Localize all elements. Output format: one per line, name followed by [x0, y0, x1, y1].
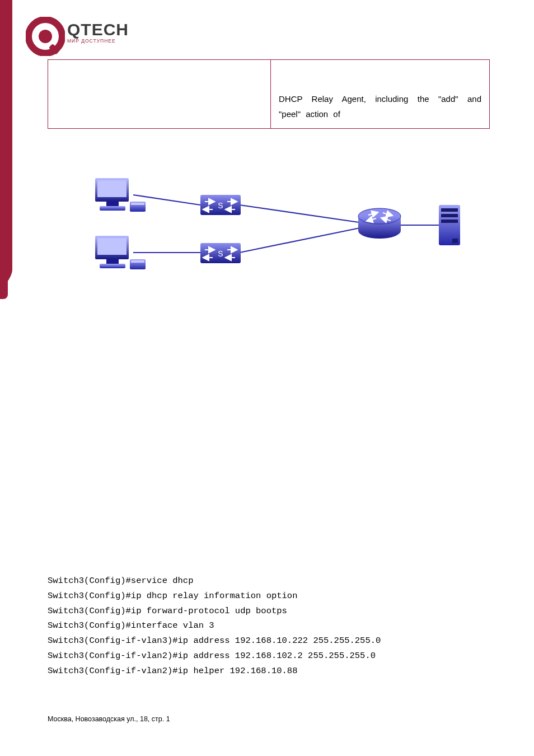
svg-rect-9: [97, 180, 127, 197]
svg-rect-11: [100, 206, 125, 211]
svg-rect-40: [452, 239, 458, 243]
svg-rect-39: [441, 220, 458, 223]
code-line: Switch3(Config)#ip dhcp relay informatio…: [48, 591, 297, 601]
side-red-accent: [0, 0, 19, 291]
svg-line-5: [240, 205, 363, 223]
svg-rect-19: [131, 260, 144, 263]
svg-rect-15: [97, 238, 127, 255]
svg-point-1: [39, 30, 52, 43]
svg-rect-38: [441, 214, 458, 217]
table-right-cell: DHCP Relay Agent, including the "add" an…: [271, 60, 489, 128]
logo-q-icon: [26, 17, 65, 56]
network-diagram: S S: [83, 160, 469, 283]
switch-relay-2-icon: S: [200, 243, 241, 263]
table-row: DHCP Relay Agent, including the "add" an…: [48, 60, 489, 128]
code-line: Switch3(Config-if-vlan2)#ip address 192.…: [48, 651, 376, 661]
svg-rect-17: [100, 264, 125, 268]
cli-code-block: Switch3(Config)#service dhcp Switch3(Con…: [48, 573, 381, 679]
dhcp-server-icon: [439, 205, 460, 245]
logo: QTECH МИР ДОСТУПНЕЕ: [26, 16, 127, 60]
client-pc-1-icon: [95, 178, 146, 212]
table-left-cell: [48, 60, 271, 128]
svg-rect-13: [131, 203, 144, 205]
svg-rect-37: [441, 208, 458, 212]
layer3-switch-icon: [358, 208, 401, 239]
logo-brand-text: QTECH: [67, 20, 129, 39]
code-line: Switch3(Config-if-vlan3)#ip address 192.…: [48, 636, 381, 646]
relay-label-2: S: [218, 249, 223, 258]
relay-label-1: S: [218, 201, 223, 210]
page: QTECH МИР ДОСТУПНЕЕ DHCP Relay Agent, in…: [0, 0, 534, 756]
code-line: Switch3(Config-if-vlan2)#ip helper 192.1…: [48, 666, 297, 676]
code-line: Switch3(Config)#ip forward-protocol udp …: [48, 606, 287, 616]
command-table: DHCP Relay Agent, including the "add" an…: [48, 59, 490, 129]
svg-rect-10: [106, 202, 119, 206]
code-line: Switch3(Config)#service dhcp: [48, 576, 193, 586]
code-line: Switch3(Config)#interface vlan 3: [48, 620, 214, 631]
svg-line-6: [240, 227, 363, 253]
footer-address: Москва, Новозаводская ул., 18, стр. 1: [48, 715, 170, 723]
switch-relay-1-icon: S: [200, 195, 241, 215]
svg-rect-16: [106, 259, 119, 264]
